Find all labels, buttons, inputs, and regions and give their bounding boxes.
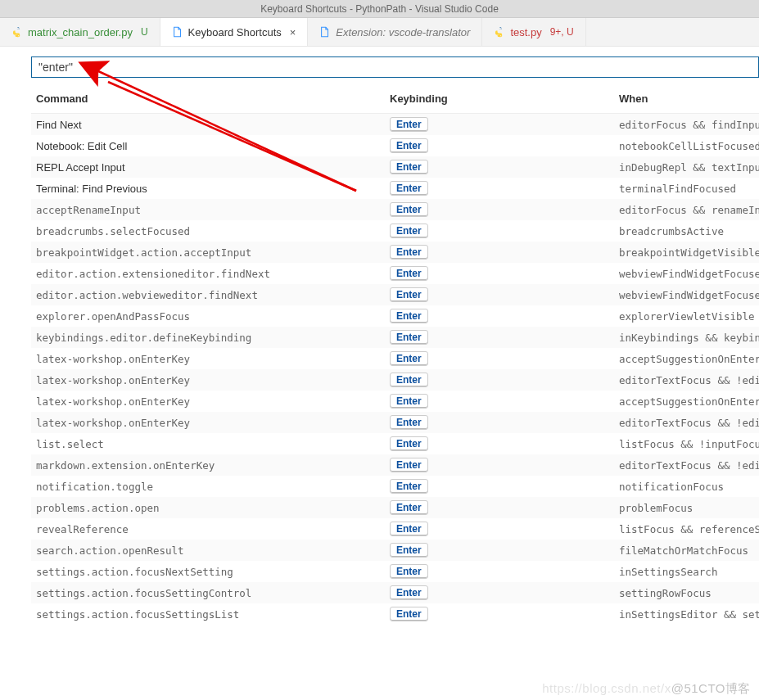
keybinding-row[interactable]: notification.toggleEnternotificationFocu… (31, 476, 759, 497)
cell-keybinding: Enter (385, 540, 614, 561)
cell-keybinding: Enter (385, 178, 614, 199)
cell-when: notificationFocus (614, 476, 759, 497)
keybinding-row[interactable]: editor.action.extensioneditor.findNextEn… (31, 263, 759, 284)
cell-when: editorFocus && renameInputVisible (614, 199, 759, 220)
keycap: Enter (390, 500, 428, 515)
cell-keybinding: Enter (385, 433, 614, 454)
keybinding-row[interactable]: markdown.extension.onEnterKeyEntereditor… (31, 454, 759, 476)
cell-command: latex-workshop.onEnterKey (31, 391, 385, 412)
cell-command: breakpointWidget.action.acceptInput (31, 242, 385, 263)
window-title: Keyboard Shortcuts - PythonPath - Visual… (260, 3, 499, 15)
keybinding-row[interactable]: Terminal: Find PreviousEnterterminalFind… (31, 178, 759, 199)
tab-label: Extension: vscode-translator (336, 26, 470, 38)
cell-keybinding: Enter (385, 412, 614, 433)
python-icon (494, 26, 505, 38)
tab-label: matrix_chain_order.py (28, 26, 133, 38)
cell-command: markdown.extension.onEnterKey (31, 454, 385, 476)
cell-keybinding: Enter (385, 476, 614, 497)
cell-keybinding: Enter (385, 518, 614, 540)
window-title-bar: Keyboard Shortcuts - PythonPath - Visual… (0, 0, 759, 18)
keybinding-row[interactable]: search.action.openResultEnterfileMatchOr… (31, 540, 759, 561)
keybinding-row[interactable]: revealReferenceEnterlistFocus && referen… (31, 518, 759, 540)
cell-command: latex-workshop.onEnterKey (31, 348, 385, 369)
keybinding-row[interactable]: REPL Accept InputEnterinDebugRepl && tex… (31, 156, 759, 178)
keybinding-row[interactable]: problems.action.openEnterproblemFocus (31, 497, 759, 518)
cell-keybinding: Enter (385, 603, 614, 625)
cell-keybinding: Enter (385, 454, 614, 476)
cell-when: inSettingsEditor && settingsTocRowFocus (614, 603, 759, 625)
cell-when: settingRowFocus (614, 582, 759, 603)
cell-keybinding: Enter (385, 305, 614, 327)
cell-keybinding: Enter (385, 327, 614, 348)
cell-keybinding: Enter (385, 348, 614, 369)
tab-status: U (141, 26, 148, 38)
cell-when: listFocus && !inputFocus (614, 433, 759, 454)
cell-keybinding: Enter (385, 391, 614, 412)
keybinding-row[interactable]: list.selectEnterlistFocus && !inputFocus (31, 433, 759, 454)
column-keybinding[interactable]: Keybinding (385, 86, 614, 114)
keybinding-row[interactable]: settings.action.focusSettingControlEnter… (31, 582, 759, 603)
keybinding-row[interactable]: latex-workshop.onEnterKeyEntereditorText… (31, 369, 759, 391)
cell-when: acceptSuggestionOnEnter (614, 348, 759, 369)
keycap: Enter (390, 202, 428, 217)
keycap: Enter (390, 245, 428, 260)
cell-when: notebookCellListFocused (614, 135, 759, 156)
cell-keybinding: Enter (385, 156, 614, 178)
cell-keybinding: Enter (385, 114, 614, 136)
cell-command: REPL Accept Input (31, 156, 385, 178)
editor-tab[interactable]: test.py9+, U (482, 18, 585, 46)
keybinding-row[interactable]: breakpointWidget.action.acceptInputEnter… (31, 242, 759, 263)
keybinding-row[interactable]: editor.action.webvieweditor.findNextEnte… (31, 284, 759, 305)
keybinding-row[interactable]: Notebook: Edit CellEnternotebookCellList… (31, 135, 759, 156)
cell-keybinding: Enter (385, 369, 614, 391)
keybinding-row[interactable]: settings.action.focusSettingsListEnterin… (31, 603, 759, 625)
tab-label: Keyboard Shortcuts (188, 26, 282, 38)
keybinding-row[interactable]: latex-workshop.onEnterKeyEntereditorText… (31, 412, 759, 433)
keybinding-row[interactable]: settings.action.focusNextSettingEnterinS… (31, 561, 759, 582)
keycap: Enter (390, 181, 428, 196)
keybinding-row[interactable]: latex-workshop.onEnterKeyEnteracceptSugg… (31, 391, 759, 412)
keycap: Enter (390, 585, 428, 600)
keycap: Enter (390, 436, 428, 451)
keycap: Enter (390, 138, 428, 153)
keycap: Enter (390, 373, 428, 387)
tab-status: 9+, U (550, 26, 574, 38)
editor-tab[interactable]: Keyboard Shortcuts× (160, 18, 309, 46)
cell-when: acceptSuggestionOnEnter (614, 391, 759, 412)
cell-when: webviewFindWidgetFocused (614, 284, 759, 305)
cell-keybinding: Enter (385, 284, 614, 305)
cell-keybinding: Enter (385, 220, 614, 242)
keycap: Enter (390, 309, 428, 323)
keycap: Enter (390, 160, 428, 174)
keybinding-row[interactable]: breadcrumbs.selectFocusedEnterbreadcrumb… (31, 220, 759, 242)
keycap: Enter (390, 351, 428, 366)
cell-when: webviewFindWidgetFocused (614, 263, 759, 284)
cell-keybinding: Enter (385, 561, 614, 582)
column-when[interactable]: When (614, 86, 759, 114)
cell-command: explorer.openAndPassFocus (31, 305, 385, 327)
editor-tab[interactable]: Extension: vscode-translator (308, 18, 482, 46)
cell-command: list.select (31, 433, 385, 454)
cell-when: breakpointWidgetVisible (614, 242, 759, 263)
keycap: Enter (390, 224, 428, 238)
editor-tab[interactable]: matrix_chain_order.pyU (0, 18, 160, 46)
cell-when: terminalFindFocused (614, 178, 759, 199)
keybindings-search-input[interactable] (31, 56, 759, 78)
keybinding-row[interactable]: acceptRenameInputEntereditorFocus && ren… (31, 199, 759, 220)
cell-when: fileMatchOrMatchFocus (614, 540, 759, 561)
close-icon[interactable]: × (290, 26, 296, 38)
keycap: Enter (390, 415, 428, 430)
cell-command: settings.action.focusSettingControl (31, 582, 385, 603)
column-command[interactable]: Command (31, 86, 385, 114)
cell-when: listFocus && referenceSearchVisible (614, 518, 759, 540)
cell-when: problemFocus (614, 497, 759, 518)
keybinding-row[interactable]: latex-workshop.onEnterKeyEnteracceptSugg… (31, 348, 759, 369)
keybinding-row[interactable]: keybindings.editor.defineKeybindingEnter… (31, 327, 759, 348)
keycap: Enter (390, 543, 428, 558)
keybinding-row[interactable]: explorer.openAndPassFocusEnterexplorerVi… (31, 305, 759, 327)
cell-when: inKeybindings && keybindingFocus (614, 327, 759, 348)
cell-command: keybindings.editor.defineKeybinding (31, 327, 385, 348)
cell-when: inDebugRepl && textInputFocus (614, 156, 759, 178)
keycap: Enter (390, 330, 428, 345)
keybinding-row[interactable]: Find NextEntereditorFocus && findInputFo… (31, 114, 759, 136)
